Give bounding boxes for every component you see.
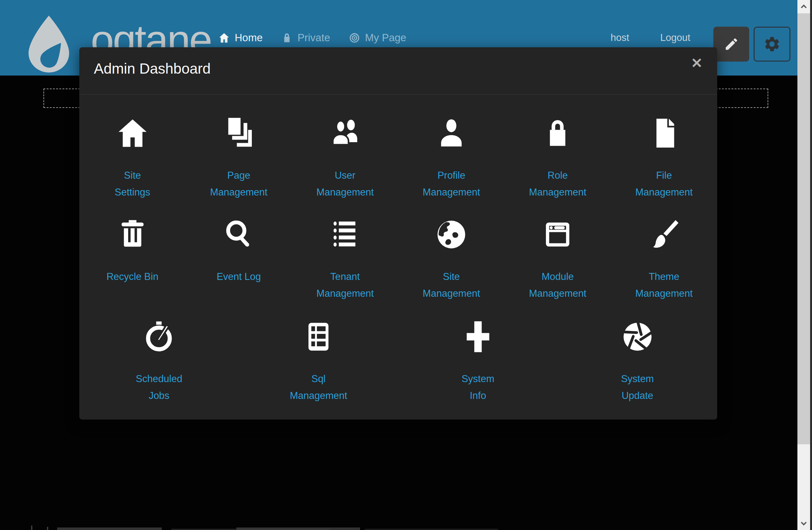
list-icon [328, 217, 362, 252]
nav-item-private[interactable]: Private [281, 32, 330, 44]
tile-label: RoleManagement [529, 167, 586, 201]
tile-label: UserManagement [316, 167, 374, 201]
nav-item-my-page[interactable]: My Page [349, 32, 406, 44]
file-icon [647, 116, 681, 151]
tile-label: ScheduledJobs [136, 370, 183, 404]
home-icon [115, 116, 150, 151]
tile-row: SiteSettings PageManagement UserManageme… [79, 116, 717, 201]
tile-label: PageManagement [210, 167, 267, 201]
modal-title: Admin Dashboard [94, 60, 211, 77]
tile-label: SiteManagement [423, 268, 480, 302]
tile-label: Recycle Bin [106, 268, 159, 285]
admin-tile-user-management[interactable]: UserManagement [292, 116, 398, 201]
logout-link[interactable]: Logout [661, 32, 691, 43]
admin-tile-system-info[interactable]: SystemInfo [398, 319, 558, 404]
admin-dashboard-modal: Admin Dashboard ✕ SiteSettings PageManag… [79, 47, 717, 419]
admin-tile-sql-management[interactable]: SqlManagement [239, 319, 398, 404]
admin-tile-module-management[interactable]: ModuleManagement [505, 217, 611, 302]
tile-label: ModuleManagement [529, 268, 586, 302]
modal-header: Admin Dashboard ✕ [79, 47, 717, 95]
admin-tile-event-log[interactable]: Event Log [186, 217, 292, 302]
tile-row: ScheduledJobs SqlManagement SystemInfo S… [79, 319, 717, 404]
gear-icon [763, 35, 781, 53]
admin-tile-site-settings[interactable]: SiteSettings [79, 116, 186, 201]
plus-icon [461, 319, 495, 354]
chevron-down-icon [800, 519, 808, 528]
close-icon[interactable]: ✕ [691, 56, 702, 70]
vertical-scrollbar[interactable] [797, 0, 810, 530]
scroll-down-button[interactable] [797, 517, 810, 530]
aperture-icon [620, 319, 655, 354]
scrollbar-thumb[interactable] [797, 13, 810, 444]
nav-item-home[interactable]: Home [218, 32, 263, 44]
nav-item-label: Home [235, 32, 263, 44]
target-icon [349, 32, 360, 44]
admin-tile-profile-management[interactable]: ProfileManagement [398, 116, 504, 201]
timer-icon [142, 319, 176, 354]
trash-icon [115, 217, 150, 252]
edit-mode-button[interactable] [713, 27, 749, 61]
admin-tile-page-management[interactable]: PageManagement [186, 116, 292, 201]
admin-tile-system-update[interactable]: SystemUpdate [557, 319, 717, 404]
tile-label: SystemInfo [462, 370, 494, 404]
nav-item-label: My Page [365, 32, 406, 44]
tile-label: ProfileManagement [423, 167, 480, 201]
admin-tile-site-management[interactable]: SiteManagement [398, 217, 504, 302]
globe-icon [434, 217, 468, 252]
tile-label: Event Log [217, 268, 261, 285]
home-icon [218, 32, 230, 44]
scroll-up-button[interactable] [797, 0, 810, 13]
admin-tile-tenant-management[interactable]: TenantManagement [292, 217, 398, 302]
tile-label: SystemUpdate [621, 370, 654, 404]
tile-label: ThemeManagement [635, 268, 693, 302]
chevron-up-icon [800, 2, 808, 11]
tile-label: SiteSettings [115, 167, 150, 201]
layers-icon [222, 116, 256, 151]
tile-row: Recycle Bin Event Log TenantManagement S… [79, 217, 717, 302]
admin-tile-theme-management[interactable]: ThemeManagement [611, 217, 717, 302]
admin-tile-recycle-bin[interactable]: Recycle Bin [79, 217, 186, 302]
username-link[interactable]: host [611, 32, 629, 43]
admin-tile-file-management[interactable]: FileManagement [611, 116, 717, 201]
page-settings-button[interactable] [754, 27, 791, 61]
admin-tile-scheduled-jobs[interactable]: ScheduledJobs [79, 319, 239, 404]
people-icon [328, 116, 362, 151]
pencil-icon [724, 37, 739, 52]
spreadsheet-icon [301, 319, 336, 354]
oqtane-droplet-icon [22, 15, 75, 73]
window-edge [810, 0, 812, 530]
tile-label: SqlManagement [290, 370, 347, 404]
admin-tile-role-management[interactable]: RoleManagement [505, 116, 611, 201]
person-icon [434, 116, 468, 151]
tile-label: FileManagement [635, 167, 693, 201]
tile-label: TenantManagement [316, 268, 374, 302]
browser-icon [540, 217, 575, 252]
search-icon [222, 217, 256, 252]
lock-icon [540, 116, 575, 151]
nav-item-label: Private [298, 32, 330, 44]
lock-icon [281, 32, 293, 44]
brush-icon [647, 217, 681, 252]
